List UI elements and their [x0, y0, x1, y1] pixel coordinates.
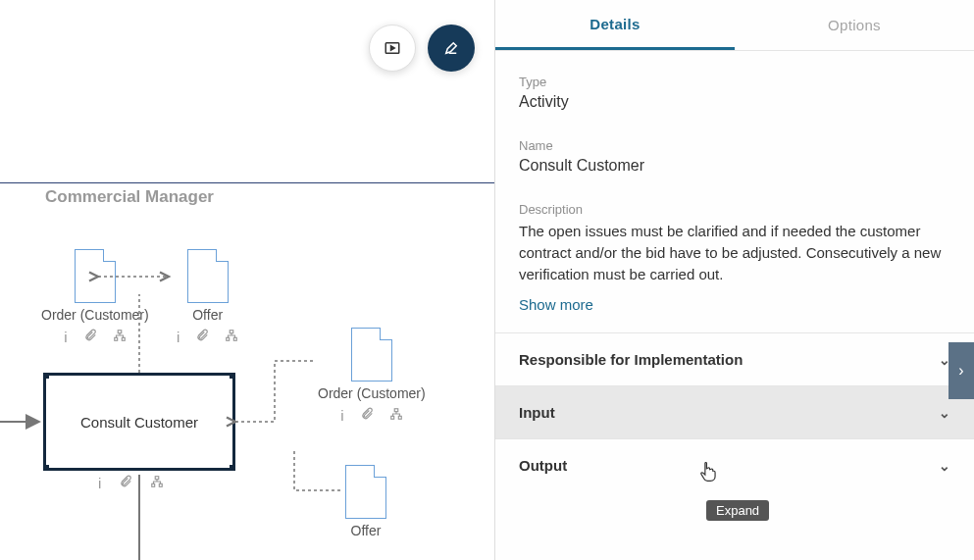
name-value: Consult Customer — [519, 157, 950, 175]
chevron-down-icon: ⌄ — [939, 458, 950, 474]
details-panel: Details Options Type Activity Name Consu… — [495, 0, 974, 560]
description-value: The open issues must be clarified and if… — [519, 221, 950, 284]
tab-options[interactable]: Options — [735, 0, 974, 50]
section-input[interactable]: Input ⌄ — [495, 386, 974, 438]
chevron-down-icon: ⌄ — [939, 405, 950, 421]
type-value: Activity — [519, 93, 950, 111]
tab-details[interactable]: Details — [495, 0, 735, 50]
show-more-link[interactable]: Show more — [519, 296, 593, 313]
description-label: Description — [519, 202, 950, 217]
type-label: Type — [519, 75, 950, 89]
section-output[interactable]: Output ⌄ — [495, 439, 974, 491]
tabs: Details Options — [495, 0, 974, 51]
section-responsible[interactable]: Responsible for Implementation ⌄ — [495, 333, 974, 385]
chevron-right-icon: › — [958, 362, 963, 380]
expand-panel-handle[interactable]: › — [948, 342, 974, 399]
tooltip-expand: Expand — [706, 500, 769, 521]
connector-layer — [0, 0, 495, 560]
diagram-canvas[interactable]: Commercial Manager Order (Customer) i Of… — [0, 0, 495, 560]
name-label: Name — [519, 138, 950, 153]
